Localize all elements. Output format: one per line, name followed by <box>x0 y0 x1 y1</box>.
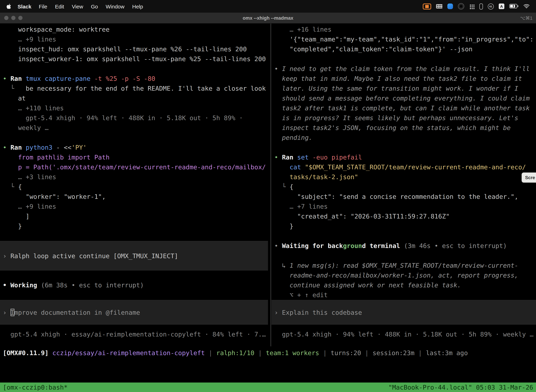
terminal-line: } <box>274 221 536 231</box>
menu-bar-status-icons: 61 A <box>423 3 536 9</box>
terminal-line: workspace_mode: worktree <box>3 25 268 34</box>
window-shortcut: ⌥⌘1 <box>520 15 532 21</box>
terminal-line: is in progress? It seems likely but perh… <box>274 113 536 123</box>
camera-lens-icon[interactable] <box>458 3 464 9</box>
wifi-icon[interactable] <box>523 3 530 9</box>
input-source-icon[interactable]: A <box>499 4 504 9</box>
terminal-line: continue assigned work or next feasible … <box>274 280 536 290</box>
app-grid-icon[interactable] <box>469 4 474 9</box>
screen-recording-indicator-icon[interactable] <box>423 3 431 9</box>
terminal-line: ⌥ + ↑ edit <box>274 290 536 300</box>
ralph-loop-banner: › Ralph loop active continue [OMX_TMUX_I… <box>0 241 268 271</box>
terminal-line: readme-and-reco/mailbox/worker-1.json, a… <box>274 271 536 280</box>
screen: Slack FileEditViewGoWindowHelp 61 A omx … <box>0 0 536 392</box>
terminal-line: ] <box>3 211 268 221</box>
terminal-line: } <box>3 221 268 231</box>
pill-icon[interactable] <box>479 3 483 9</box>
terminal-pane-right[interactable]: … +16 lines '{"team_name":"my-team","tas… <box>272 23 536 346</box>
menu-app-name[interactable]: Slack <box>14 3 35 9</box>
terminal-line: task2 after task1 is complete, but can I… <box>274 103 536 113</box>
tmux-session-window[interactable]: [omx-cczip0:bash* <box>3 383 67 392</box>
terminal-line: … +3 lines <box>3 172 268 182</box>
terminal-line <box>3 290 268 300</box>
terminal-line: inspect task2's JSON, focusing on the st… <box>274 123 536 133</box>
terminal-line: pending. <box>274 133 536 143</box>
terminal-line: … +7 lines <box>274 202 536 211</box>
terminal-line: inspect_hud: omx sparkshell --tmux-pane … <box>3 44 268 54</box>
blue-app-icon[interactable] <box>447 4 453 9</box>
terminal-line: "subject": "send a concise recommendatio… <box>274 192 536 202</box>
terminal-line: inspect_worker-1: omx sparkshell --tmux-… <box>3 54 268 64</box>
close-button[interactable] <box>4 16 9 20</box>
terminal-line <box>274 143 536 152</box>
terminal-line: keep that in mind. Maybe I also need the… <box>274 74 536 84</box>
terminal-line: • Waiting for background terminal (3m 46… <box>274 241 536 251</box>
terminal-line: • Working (6m 38s • esc to interrupt) <box>3 280 268 290</box>
terminal-line: • Ran set -euo pipefail <box>274 152 536 162</box>
menu-item-view[interactable]: View <box>68 3 87 9</box>
terminal-line: "created_at": "2026-03-31T11:59:27.816Z" <box>274 211 536 221</box>
terminal-line: └ { <box>274 182 536 192</box>
terminal-line: • Ran python3 - <<'PY' <box>3 143 268 152</box>
terminal-line: › Improve documentation in @filename <box>3 308 268 317</box>
zoom-button[interactable] <box>18 16 23 20</box>
keyboard-grid-icon[interactable] <box>436 4 442 9</box>
terminal-line: gpt-5.4 xhigh · 94% left · 488K in · 5.1… <box>3 113 268 123</box>
terminal-line <box>274 54 536 64</box>
menu-item-window[interactable]: Window <box>102 3 128 9</box>
menu-item-go[interactable]: Go <box>87 3 102 9</box>
terminal-line <box>3 271 268 280</box>
terminal-line: should send a message before completing … <box>274 93 536 103</box>
pane-divider[interactable] <box>270 23 271 346</box>
tmux-host-clock: "MacBook-Pro-44.local" 05:03 31-Mar-26 <box>388 383 533 392</box>
terminal-line <box>274 251 536 261</box>
terminal-line: └ { <box>3 182 268 192</box>
menu-items: FileEditViewGoWindowHelp <box>35 3 147 9</box>
minimize-button[interactable] <box>11 16 15 20</box>
omx-status-line: [OMX#0.11.9] cczip/essay/ai-reimplementa… <box>0 348 536 358</box>
terminal-line: at <box>3 93 268 103</box>
menu-item-edit[interactable]: Edit <box>51 3 68 9</box>
terminal-line: • Ran tmux capture-pane -t %25 -p -S -80 <box>3 74 268 84</box>
terminal-line: '{"team_name":"my-team","task_id":"1","f… <box>274 34 536 44</box>
prompt-input-right[interactable]: › Explain this codebase <box>272 300 536 325</box>
terminal-line: › Ralph loop active continue [OMX_TMUX_I… <box>3 251 268 261</box>
tmux-status-bar: [omx-cczip0:bash* "MacBook-Pro-44.local"… <box>0 383 536 392</box>
terminal-line <box>3 133 268 143</box>
terminal-line: … +9 lines <box>3 202 268 211</box>
terminal-line: … +9 lines <box>3 34 268 44</box>
terminal-line: from pathlib import Path <box>3 152 268 162</box>
menu-item-help[interactable]: Help <box>128 3 147 9</box>
terminal-line <box>3 231 268 241</box>
apple-logo-icon[interactable] <box>6 4 11 9</box>
terminal-line: p = Path('.omx/state/team/review-current… <box>3 162 268 172</box>
terminal-line: ↳ 1 new msg(s): read $OMX_TEAM_STATE_ROO… <box>274 261 536 271</box>
menu-item-file[interactable]: File <box>35 3 51 9</box>
terminal-line: "worker": "worker-1", <box>3 192 268 202</box>
terminal-line: weekly … <box>3 123 268 133</box>
terminal-line: gpt-5.4 xhigh · essay/ai-reimplementatio… <box>3 330 268 339</box>
terminal-line: • I need to get the claim token from the… <box>274 64 536 74</box>
terminal-line: … +16 lines <box>274 25 536 34</box>
terminal-line: gpt-5.4 xhigh · 94% left · 488K in · 5.1… <box>274 330 536 339</box>
terminal-line: … +110 lines <box>3 103 268 113</box>
terminal-line <box>274 231 536 241</box>
terminal-pane-left[interactable]: workspace_mode: worktree … +9 lines insp… <box>0 23 268 346</box>
terminal-line <box>3 64 268 74</box>
traffic-lights <box>4 16 23 20</box>
prompt-input-left[interactable]: › Improve documentation in @filename <box>0 300 268 325</box>
terminal-area: workspace_mode: worktree … +9 lines insp… <box>0 23 536 346</box>
screen-popup[interactable]: Scre <box>522 173 536 183</box>
terminal-line: later. Using the same for transition mig… <box>274 84 536 93</box>
terminal-line: "completed","claim_token":"claim-token"}… <box>274 44 536 54</box>
battery-icon[interactable] <box>509 3 518 9</box>
menu-bar: Slack FileEditViewGoWindowHelp 61 A <box>0 0 536 13</box>
window-title-bar[interactable]: omx --xhigh --madmax ⌥⌘1 <box>0 13 536 23</box>
gauge-61-icon[interactable]: 61 <box>488 3 494 9</box>
terminal-line: cat "$OMX_TEAM_STATE_ROOT/team/review-cu… <box>274 162 536 172</box>
window-title: omx --xhigh --madmax <box>0 15 536 21</box>
terminal-line: › Explain this codebase <box>274 308 536 317</box>
terminal-line: └ be necessary for the end of the README… <box>3 84 268 93</box>
terminal-line: tasks/task-2.json" <box>274 172 536 182</box>
